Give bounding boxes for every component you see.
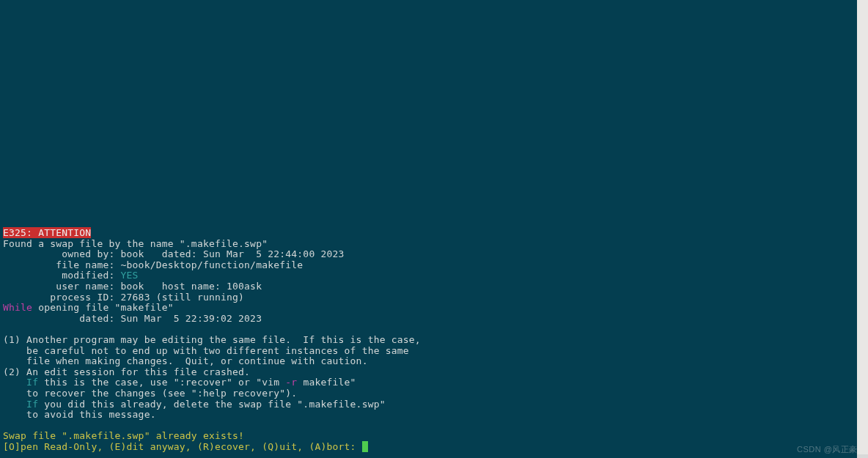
file-name-line: file name: ~book/Desktop/function/makefi…	[3, 259, 303, 270]
attention-header: E325: ATTENTION	[3, 227, 91, 238]
if-keyword-1: If	[26, 377, 38, 388]
advice-2-line-4a: you did this already, delete the swap fi…	[38, 399, 386, 410]
advice-1-line-3: file when making changes. Quit, or conti…	[3, 355, 368, 366]
if-keyword-2: If	[26, 399, 38, 410]
vim-swap-warning: E325: ATTENTION Found a swap file by the…	[3, 228, 421, 452]
while-rest: opening file "makefile"	[32, 302, 174, 313]
advice-1-line-2: be careful not to end up with two differ…	[3, 345, 409, 356]
advice-2-line-2b: makefile"	[297, 377, 356, 388]
advice-2-line-1: (2) An edit session for this file crashe…	[3, 366, 250, 377]
owned-by-line: owned by: book dated: Sun Mar 5 22:44:00…	[3, 248, 345, 259]
modified-value: YES	[121, 270, 139, 281]
screen: E325: ATTENTION Found a swap file by the…	[0, 0, 868, 458]
process-id-line: process ID: 27683 (still running)	[3, 292, 244, 303]
user-host-line: user name: book host name: 100ask	[3, 281, 262, 292]
while-keyword: While	[3, 302, 32, 313]
found-swap-line: Found a swap file by the name ".makefile…	[3, 238, 268, 249]
advice-1-line-1: (1) Another program may be editing the s…	[3, 334, 421, 345]
vim-r-flag: -r	[285, 377, 297, 388]
advice-2-indent-2	[3, 399, 26, 410]
scrollbar-corner	[857, 454, 868, 458]
scrollbar-track[interactable]	[857, 0, 868, 454]
modified-label: modified:	[3, 270, 121, 281]
action-prompt[interactable]: [O]pen Read-Only, (E)dit anyway, (R)ecov…	[3, 441, 362, 452]
terminal[interactable]: E325: ATTENTION Found a swap file by the…	[0, 0, 857, 458]
advice-2-indent	[3, 377, 26, 388]
advice-2-line-3: to recover the changes (see ":help recov…	[3, 388, 297, 399]
advice-2-line-2a: this is the case, use ":recover" or "vim	[38, 377, 285, 388]
terminal-cursor	[362, 441, 368, 452]
scrollbar-thumb[interactable]	[857, 0, 868, 454]
advice-2-line-5: to avoid this message.	[3, 409, 156, 420]
swap-exists-line: Swap file ".makefile.swp" already exists…	[3, 430, 244, 441]
watermark-text: CSDN @风正豪	[797, 444, 858, 455]
dated-line: dated: Sun Mar 5 22:39:02 2023	[3, 313, 262, 324]
